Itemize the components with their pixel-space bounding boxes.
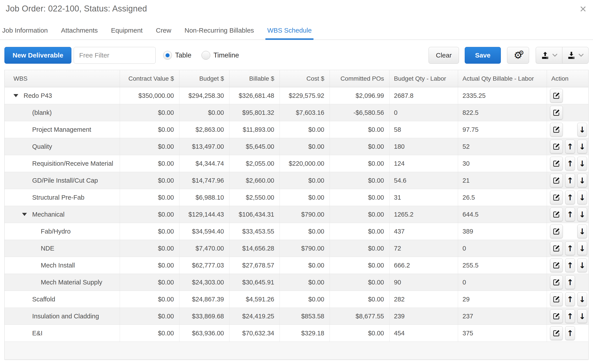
actual-qty-cell: 375 bbox=[458, 325, 547, 342]
arrow-down-icon: ↓ bbox=[579, 295, 586, 304]
budget-cell: $34,594.40 bbox=[179, 223, 230, 240]
move-down-button[interactable]: ↓ bbox=[577, 309, 587, 323]
committed-pos-cell: $0.00 bbox=[330, 172, 389, 189]
cost-cell: $0.00 bbox=[280, 274, 330, 291]
move-down-button[interactable]: ↓ bbox=[577, 208, 587, 221]
edit-row-button[interactable] bbox=[550, 275, 563, 289]
budget-cell: $62,777.03 bbox=[179, 257, 230, 274]
clear-button[interactable]: Clear bbox=[428, 47, 459, 64]
committed-pos-cell: $0.00 bbox=[330, 240, 389, 257]
edit-row-button[interactable] bbox=[550, 157, 563, 170]
contract-value-cell: $0.00 bbox=[120, 206, 179, 223]
tab-crew[interactable]: Crew bbox=[155, 23, 172, 39]
move-up-button[interactable]: ↑ bbox=[565, 140, 575, 153]
wbs-label: Redo P43 bbox=[24, 92, 52, 99]
move-down-button[interactable]: ↓ bbox=[577, 157, 587, 170]
billable-cell: $2,055.00 bbox=[230, 155, 280, 172]
free-filter-input[interactable] bbox=[74, 47, 156, 64]
billable-cell: $24,419.25 bbox=[230, 308, 280, 325]
table-row: Mechanical$0.00$129,144.43$106,434.31$79… bbox=[5, 206, 588, 223]
table-row: Fab/Hydro$0.00$34,594.40$33,453.55$0.00$… bbox=[5, 223, 588, 240]
table-empty-area bbox=[5, 342, 588, 359]
edit-row-button[interactable] bbox=[550, 309, 563, 323]
action-cell: ↑↓ bbox=[547, 138, 588, 155]
new-deliverable-button[interactable]: New Deliverable bbox=[4, 47, 72, 64]
move-down-button[interactable]: ↓ bbox=[577, 140, 587, 153]
expand-collapse-toggle[interactable] bbox=[13, 94, 24, 97]
tab-attachments[interactable]: Attachments bbox=[61, 23, 98, 39]
arrow-up-icon: ↑ bbox=[567, 193, 573, 202]
edit-row-button[interactable] bbox=[550, 292, 563, 306]
table-row: Requisition/Receive Material$0.00$4,344.… bbox=[5, 155, 588, 172]
settings-button[interactable]: ⚙ ⚙ bbox=[507, 47, 529, 64]
move-up-button[interactable]: ↑ bbox=[565, 208, 575, 221]
move-down-button[interactable]: ↓ bbox=[577, 225, 587, 238]
move-up-button[interactable]: ↑ bbox=[565, 326, 575, 340]
edit-row-button[interactable] bbox=[550, 174, 563, 187]
billable-cell: $27,678.57 bbox=[230, 257, 280, 274]
actual-qty-cell: 0 bbox=[458, 240, 547, 257]
edit-row-button[interactable] bbox=[550, 140, 563, 153]
edit-row-button[interactable] bbox=[550, 106, 563, 119]
import-export-group bbox=[536, 47, 589, 64]
move-up-button[interactable]: ↑ bbox=[565, 241, 575, 255]
move-down-button[interactable]: ↓ bbox=[577, 241, 587, 255]
tab-wbs-schedule[interactable]: WBS Schedule bbox=[267, 23, 312, 39]
move-up-button[interactable]: ↑ bbox=[565, 275, 575, 289]
edit-row-button[interactable] bbox=[550, 191, 563, 204]
contract-value-cell: $0.00 bbox=[120, 291, 179, 308]
table-row: GD/Pile Install/Cut Cap$0.00$14,747.96$2… bbox=[5, 172, 588, 189]
table-view-radio[interactable]: Table bbox=[163, 51, 191, 60]
billable-cell: $2,660.00 bbox=[230, 172, 280, 189]
edit-row-button[interactable] bbox=[550, 241, 563, 255]
move-up-button[interactable]: ↑ bbox=[565, 259, 575, 272]
edit-icon bbox=[553, 312, 560, 320]
column-header-cost: Cost $ bbox=[280, 70, 330, 87]
upload-button[interactable] bbox=[536, 47, 562, 64]
contract-value-cell: $0.00 bbox=[120, 155, 179, 172]
tab-non-recurring-billables[interactable]: Non-Recurring Billables bbox=[184, 23, 254, 39]
actual-qty-cell: 237 bbox=[458, 308, 547, 325]
timeline-view-radio[interactable]: Timeline bbox=[202, 51, 239, 60]
action-cell: ↑↓ bbox=[547, 189, 588, 206]
edit-row-button[interactable] bbox=[550, 259, 563, 272]
move-down-button[interactable]: ↓ bbox=[577, 292, 587, 306]
edit-row-button[interactable] bbox=[550, 326, 563, 340]
move-up-button[interactable]: ↑ bbox=[565, 309, 575, 323]
move-down-button[interactable]: ↓ bbox=[577, 123, 587, 136]
wbs-label: Fab/Hydro bbox=[41, 228, 71, 235]
move-up-button[interactable]: ↑ bbox=[565, 174, 575, 187]
billable-cell: $106,434.31 bbox=[230, 206, 280, 223]
tab-job-information[interactable]: Job Information bbox=[2, 23, 48, 39]
edit-row-button[interactable] bbox=[550, 225, 563, 238]
save-button[interactable]: Save bbox=[465, 47, 501, 64]
edit-row-button[interactable] bbox=[550, 208, 563, 221]
edit-row-button[interactable] bbox=[550, 89, 563, 103]
download-button[interactable] bbox=[562, 47, 589, 64]
move-down-button[interactable]: ↓ bbox=[577, 259, 587, 272]
move-up-button[interactable]: ↑ bbox=[565, 292, 575, 306]
toolbar-right-group: Clear Save ⚙ ⚙ bbox=[428, 47, 589, 64]
committed-pos-cell: $0.00 bbox=[330, 223, 389, 240]
table-row: Quality$0.00$13,497.00$5,645.00$0.00$0.0… bbox=[5, 138, 588, 155]
arrow-down-icon: ↓ bbox=[579, 210, 586, 219]
wbs-label: Insulation and Cladding bbox=[32, 313, 99, 320]
cost-cell: $0.00 bbox=[280, 257, 330, 274]
wbs-schedule-table: WBS Contract Value $ Budget $ Billable $… bbox=[4, 70, 589, 360]
column-header-committed-pos: Committed POs bbox=[330, 70, 389, 87]
arrow-up-icon: ↑ bbox=[567, 142, 573, 151]
move-up-button[interactable]: ↑ bbox=[565, 191, 575, 204]
edit-row-button[interactable] bbox=[550, 123, 563, 136]
move-down-button[interactable]: ↓ bbox=[577, 191, 587, 204]
cost-cell: $0.00 bbox=[280, 291, 330, 308]
move-down-button[interactable]: ↓ bbox=[577, 174, 587, 187]
contract-value-cell: $0.00 bbox=[120, 104, 179, 121]
tab-equipment[interactable]: Equipment bbox=[111, 23, 143, 39]
move-up-button[interactable]: ↑ bbox=[565, 157, 575, 170]
wbs-toolbar: New Deliverable Table Timeline Clear Sav… bbox=[4, 47, 589, 64]
contract-value-cell: $0.00 bbox=[120, 189, 179, 206]
close-icon[interactable]: × bbox=[580, 3, 586, 14]
modal-header: Job Order: 022-100, Status: Assigned × bbox=[0, 0, 593, 13]
budget-qty-cell: 454 bbox=[389, 325, 458, 342]
expand-collapse-toggle[interactable] bbox=[22, 213, 32, 216]
